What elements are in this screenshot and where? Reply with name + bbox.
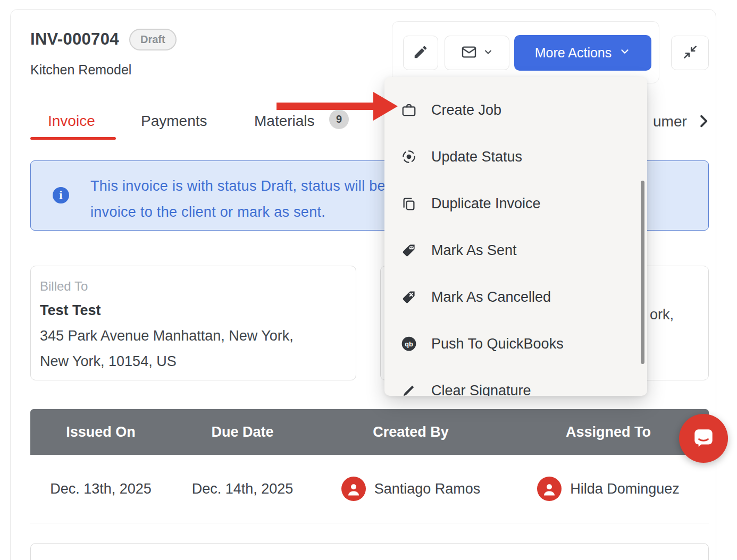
collapse-button[interactable] <box>671 36 709 70</box>
tag-sent-icon <box>400 242 417 259</box>
tag-cancelled-icon <box>400 289 417 306</box>
created-by-name: Santiago Ramos <box>374 481 481 497</box>
billed-to-name: Test Test <box>40 302 347 319</box>
pointer-arrow-head <box>373 92 398 121</box>
envelope-icon <box>460 44 478 62</box>
chat-launcher-button[interactable] <box>679 414 728 463</box>
menu-item-duplicate-invoice[interactable]: Duplicate Invoice <box>384 180 647 227</box>
info-icon <box>53 187 69 203</box>
collapse-icon <box>682 44 698 62</box>
duplicate-icon <box>400 195 417 212</box>
table-row: Dec. 13th, 2025 Dec. 14th, 2025 Santiago… <box>30 455 709 523</box>
menu-item-label: Clear Signature <box>431 383 531 396</box>
page-title: INV-000704 <box>30 30 119 49</box>
column-header-issued-on: Issued On <box>30 409 171 455</box>
tab-materials[interactable]: Materials <box>254 113 315 130</box>
issued-on-value: Dec. 13th, 2025 <box>30 455 171 523</box>
menu-item-mark-as-sent[interactable]: Mark As Sent <box>384 227 647 274</box>
chevron-down-icon <box>483 47 493 59</box>
tab-payments[interactable]: Payments <box>141 113 207 130</box>
chat-bubble-icon <box>691 425 716 452</box>
menu-item-create-job[interactable]: Create Job <box>384 87 647 133</box>
column-header-due-date: Due Date <box>171 409 314 455</box>
menu-item-label: Duplicate Invoice <box>431 196 541 212</box>
billed-to-card: Billed To Test Test 345 Park Avenue Manh… <box>30 266 356 380</box>
send-email-button[interactable] <box>445 36 509 70</box>
status-icon <box>400 148 417 165</box>
signature-icon <box>400 382 417 396</box>
tab-invoice[interactable]: Invoice <box>48 113 95 130</box>
chevron-down-icon <box>619 45 631 61</box>
table-header-row: Issued On Due Date Created By Assigned T… <box>30 409 709 455</box>
tab-partial-consumer[interactable]: umer <box>653 113 687 130</box>
created-by-cell: Santiago Ramos <box>314 455 508 523</box>
invoice-details-table: Issued On Due Date Created By Assigned T… <box>30 409 709 523</box>
menu-item-label: Update Status <box>431 149 522 165</box>
chevron-right-icon <box>695 113 712 131</box>
more-actions-label: More Actions <box>535 45 612 61</box>
menu-item-update-status[interactable]: Update Status <box>384 133 647 180</box>
billed-to-address-line2: New York, 10154, US <box>40 353 177 369</box>
assigned-to-name: Hilda Dominguez <box>570 481 680 497</box>
billed-to-label: Billed To <box>40 279 347 294</box>
billed-from-address-fragment: ork, <box>650 307 674 323</box>
assigned-to-cell: Hilda Dominguez <box>508 455 709 523</box>
menu-item-label: Mark As Sent <box>431 242 517 259</box>
billed-to-address: 345 Park Avenue Manhattan, New York, New… <box>40 323 347 374</box>
quickbooks-icon: qb <box>400 335 417 352</box>
more-actions-button[interactable]: More Actions <box>514 35 651 71</box>
materials-count-badge: 9 <box>329 109 349 129</box>
avatar <box>537 477 562 501</box>
pencil-icon <box>413 44 429 62</box>
info-banner-line2: invoice to the client or mark as sent. <box>90 204 325 220</box>
briefcase-icon <box>400 101 417 118</box>
job-subtitle: Kitchen Remodel <box>30 62 131 78</box>
svg-text:qb: qb <box>405 341 413 348</box>
billed-to-address-line1: 345 Park Avenue Manhattan, New York, <box>40 328 294 344</box>
menu-scrollbar[interactable] <box>641 181 644 364</box>
edit-invoice-button[interactable] <box>403 36 438 70</box>
menu-item-push-to-quickbooks[interactable]: qb Push To QuickBooks <box>384 320 647 367</box>
menu-item-clear-signature[interactable]: Clear Signature <box>384 367 647 396</box>
next-section-card <box>30 543 709 560</box>
column-header-assigned-to: Assigned To <box>508 409 709 455</box>
pointer-arrow-shaft <box>277 103 375 110</box>
column-header-created-by: Created By <box>314 409 508 455</box>
tabs-scroll-right-button[interactable] <box>691 109 716 134</box>
menu-item-label: Create Job <box>431 102 501 118</box>
status-badge: Draft <box>129 29 177 50</box>
menu-item-label: Mark As Cancelled <box>431 289 551 306</box>
more-actions-menu: Create Job Update Status Duplicate Invoi… <box>384 77 647 396</box>
avatar <box>341 477 366 501</box>
due-date-value: Dec. 14th, 2025 <box>171 455 314 523</box>
menu-item-mark-as-cancelled[interactable]: Mark As Cancelled <box>384 274 647 320</box>
active-tab-underline <box>30 137 116 140</box>
menu-item-label: Push To QuickBooks <box>431 336 564 352</box>
